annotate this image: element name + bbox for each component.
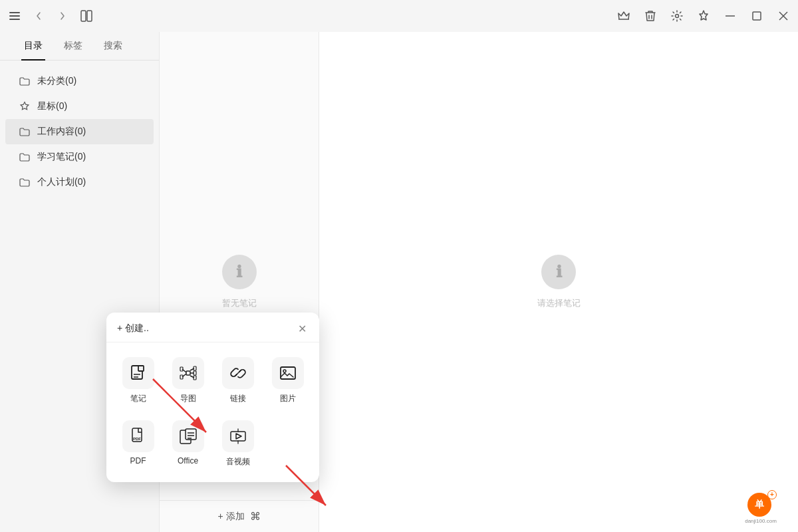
watermark-plus: + (767, 490, 777, 499)
popup-grid: 笔记 (106, 342, 319, 482)
sidebar-item-work[interactable]: 工作内容(0) (5, 119, 154, 144)
add-label: + 添加 (217, 511, 244, 523)
svg-rect-9 (753, 12, 761, 20)
folder-icon (19, 75, 31, 87)
svg-rect-0 (9, 12, 20, 13)
right-empty-state: ℹ 请选择笔记 (537, 255, 581, 309)
popup-item-video-label: 音视频 (226, 456, 250, 467)
popup-title: + 创建.. (117, 323, 149, 334)
middle-empty-text: 暂无笔记 (222, 297, 257, 309)
sidebar-item-study[interactable]: 学习笔记(0) (5, 144, 154, 170)
svg-rect-16 (186, 371, 190, 375)
sidebar-item-label: 个人计划(0) (37, 176, 86, 188)
close-button[interactable] (777, 9, 790, 23)
note-icon (122, 357, 154, 389)
sidebar-tabs: 目录 标签 搜索 (0, 32, 159, 61)
popup-item-mindmap[interactable]: 导图 (164, 350, 211, 411)
office-icon (172, 420, 204, 452)
popup-item-pdf[interactable]: PDF PDF (114, 414, 162, 474)
right-empty-text: 请选择笔记 (537, 297, 581, 309)
sidebar-item-label: 工作内容(0) (37, 126, 86, 138)
layout-button[interactable] (80, 9, 93, 23)
image-icon (272, 357, 304, 389)
sidebar-item-starred[interactable]: 星标(0) (5, 94, 154, 119)
trash-button[interactable] (644, 9, 657, 23)
star-icon (19, 100, 31, 112)
sidebar-item-label: 星标(0) (37, 100, 67, 112)
shortcut-icon: ⌘ (250, 510, 261, 523)
popup-overlay: + 创建.. ✕ 笔记 (106, 313, 319, 482)
minimize-button[interactable] (724, 9, 737, 23)
svg-point-29 (283, 370, 286, 372)
svg-rect-1 (9, 15, 20, 17)
popup-item-note[interactable]: 笔记 (114, 350, 162, 411)
back-button[interactable] (32, 9, 45, 23)
svg-line-27 (235, 370, 241, 376)
popup-item-note-label: 笔记 (130, 393, 146, 404)
middle-empty-state: ℹ 暂无笔记 (222, 255, 257, 309)
gear-button[interactable] (670, 9, 684, 23)
menu-button[interactable] (8, 9, 21, 23)
popup-item-pdf-label: PDF (130, 456, 146, 466)
popup-item-image[interactable]: 图片 (264, 350, 311, 411)
svg-point-7 (676, 15, 679, 18)
pin-button[interactable] (697, 9, 710, 23)
video-icon (222, 420, 254, 452)
popup-close-button[interactable]: ✕ (295, 322, 309, 335)
tab-tags[interactable]: 标签 (53, 32, 93, 60)
forward-button[interactable] (56, 9, 69, 23)
popup-item-image-label: 图片 (280, 393, 296, 404)
popup-item-mindmap-label: 导图 (180, 393, 196, 404)
link-icon (222, 357, 254, 389)
popup-header: + 创建.. ✕ (106, 313, 319, 342)
watermark: 单 + danji100.com (734, 495, 787, 521)
folder-icon (19, 126, 31, 138)
sidebar-item-label: 未分类(0) (37, 75, 76, 87)
titlebar (0, 0, 798, 32)
svg-text:PDF: PDF (133, 437, 141, 441)
folder-icon (19, 151, 31, 163)
watermark-text: danji100.com (745, 518, 777, 524)
mindmap-icon (172, 357, 204, 389)
info-icon: ℹ (222, 255, 257, 289)
add-button[interactable]: + 添加 ⌘ (160, 500, 319, 532)
svg-rect-3 (81, 11, 86, 21)
svg-marker-38 (236, 434, 241, 439)
popup-item-link[interactable]: 链接 (214, 350, 261, 411)
right-info-icon: ℹ (541, 255, 576, 289)
svg-rect-37 (231, 432, 245, 441)
create-popup: + 创建.. ✕ 笔记 (106, 313, 319, 482)
folder-icon (19, 176, 31, 188)
popup-item-office[interactable]: Office (164, 414, 211, 474)
popup-item-office-label: Office (178, 456, 198, 466)
titlebar-right (617, 9, 790, 23)
titlebar-left (8, 9, 93, 23)
sidebar-item-personal[interactable]: 个人计划(0) (5, 170, 154, 195)
svg-rect-2 (9, 19, 20, 20)
pdf-icon: PDF (122, 420, 154, 452)
sidebar-item-label: 学习笔记(0) (37, 151, 86, 163)
tab-catalog[interactable]: 目录 (13, 32, 53, 60)
maximize-button[interactable] (750, 9, 763, 23)
tab-search[interactable]: 搜索 (93, 32, 133, 60)
popup-item-video[interactable]: 音视频 (214, 414, 261, 474)
popup-item-link-label: 链接 (230, 393, 246, 404)
crown-button[interactable] (617, 9, 630, 23)
svg-rect-4 (87, 11, 92, 21)
right-panel: ℹ 请选择笔记 (319, 32, 798, 532)
svg-rect-13 (138, 366, 144, 371)
sidebar-item-uncategorized[interactable]: 未分类(0) (5, 68, 154, 94)
